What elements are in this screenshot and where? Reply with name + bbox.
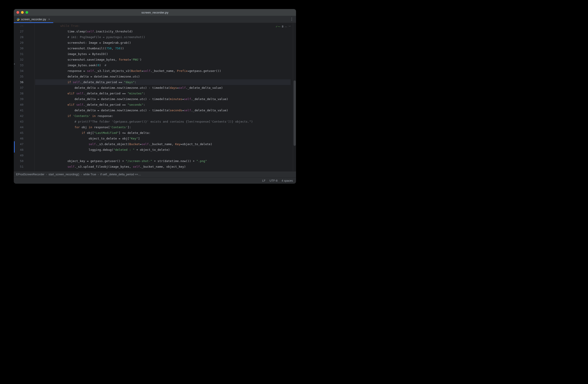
change-marker-icon bbox=[14, 64, 15, 64]
chevron-down-icon[interactable]: ﹀ bbox=[289, 25, 291, 28]
indent-setting[interactable]: 4 spaces bbox=[282, 179, 293, 182]
maximize-window-button[interactable] bbox=[25, 11, 28, 14]
titlebar[interactable]: screen_recorder.py bbox=[14, 9, 296, 16]
inspection-widget[interactable]: ✓⁓ 8 ︿ ﹀ bbox=[275, 25, 291, 28]
code-editor[interactable]: 2627282930313233343536373839404142434445… bbox=[14, 23, 296, 171]
tab-screen-recorder[interactable]: screen_recorder.py × bbox=[14, 16, 53, 23]
breadcrumb-item[interactable]: if self._delete_delta_period ==… bbox=[100, 173, 141, 176]
breadcrumb-item[interactable]: while True bbox=[83, 173, 96, 176]
breadcrumb-item[interactable]: EProdScreenRecorder bbox=[16, 173, 44, 176]
tab-options-icon[interactable]: ⋯ bbox=[290, 17, 294, 21]
breadcrumb[interactable]: EProdScreenRecorder›start_screen_recordi… bbox=[14, 171, 296, 177]
tab-label: screen_recorder.py bbox=[21, 18, 46, 21]
minimap-scrollbar[interactable] bbox=[293, 23, 296, 171]
window-controls bbox=[17, 11, 28, 14]
status-bar: LF UTF-8 4 spaces bbox=[14, 177, 296, 184]
window-title: screen_recorder.py bbox=[14, 11, 296, 14]
encoding[interactable]: UTF-8 bbox=[270, 179, 277, 182]
line-number-gutter: 2627282930313233343536373839404142434445… bbox=[14, 23, 26, 171]
close-tab-icon[interactable]: × bbox=[47, 18, 51, 21]
breadcrumb-item[interactable]: start_screen_recording() bbox=[48, 173, 79, 176]
tab-bar: screen_recorder.py × ⋯ bbox=[14, 16, 296, 23]
minimize-window-button[interactable] bbox=[21, 11, 24, 14]
python-icon bbox=[17, 18, 20, 21]
line-ending[interactable]: LF bbox=[262, 179, 266, 182]
check-icon: ✓⁓ bbox=[275, 25, 280, 28]
fold-column bbox=[26, 23, 35, 171]
close-window-button[interactable] bbox=[17, 11, 19, 14]
scrollbar-thumb[interactable] bbox=[294, 80, 296, 146]
editor-window: screen_recorder.py screen_recorder.py × … bbox=[14, 9, 296, 184]
chevron-up-icon[interactable]: ︿ bbox=[285, 25, 287, 28]
warning-count: 8 bbox=[282, 25, 283, 28]
code-area[interactable]: while True: time.sleep(self.inactivity_t… bbox=[35, 23, 293, 171]
